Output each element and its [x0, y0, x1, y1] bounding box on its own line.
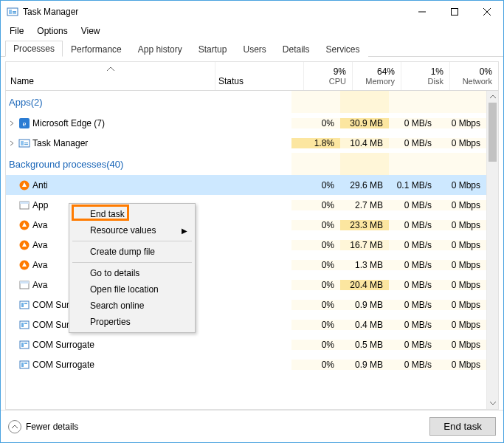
svg-text:e: e — [23, 119, 27, 128]
cpu-cell: 0% — [291, 200, 340, 210]
disk-cell: 0 MB/s — [389, 360, 438, 370]
memory-cell: 0.9 MB — [340, 300, 389, 310]
minimize-button[interactable] — [406, 1, 438, 22]
fewer-details-button[interactable]: Fewer details — [8, 420, 78, 433]
menu-file[interactable]: File — [4, 24, 30, 38]
menu-options[interactable]: Options — [31, 24, 73, 38]
maximize-button[interactable] — [438, 1, 471, 22]
close-button[interactable] — [471, 1, 503, 22]
scroll-down-icon[interactable] — [487, 397, 498, 409]
process-row[interactable]: COM Surrogate 0% 0.9 MB 0 MB/s 0 Mbps — [6, 354, 486, 374]
memory-cell: 29.6 MB — [340, 180, 389, 190]
network-cell: 0 Mbps — [438, 118, 486, 128]
tab-services[interactable]: Services — [318, 41, 368, 57]
process-row[interactable]: COM Surrogate 0% 0.5 MB 0 MB/s 0 Mbps — [6, 334, 486, 354]
fewer-details-label: Fewer details — [26, 422, 78, 432]
svg-rect-12 — [24, 142, 28, 143]
tab-details[interactable]: Details — [275, 41, 318, 57]
tab-processes[interactable]: Processes — [5, 41, 63, 57]
col-disk[interactable]: 1% Disk — [401, 62, 449, 90]
network-cell: 0 Mbps — [438, 280, 486, 290]
col-name-label: Name — [10, 76, 34, 86]
submenu-arrow-icon: ▶ — [182, 227, 187, 235]
bottom-bar: Fewer details End task — [1, 410, 503, 442]
disk-cell: 0 MB/s — [389, 340, 438, 350]
memory-cell: 0.5 MB — [340, 340, 389, 350]
window-title: Task Manager — [23, 7, 78, 17]
svg-rect-27 — [24, 323, 27, 324]
expand-icon[interactable] — [6, 140, 18, 146]
col-network[interactable]: 0% Network — [449, 62, 498, 90]
tab-performance[interactable]: Performance — [63, 41, 130, 57]
col-cpu[interactable]: 9% CPU — [303, 62, 352, 90]
process-icon — [18, 359, 31, 371]
cpu-cell: 1.8% — [291, 138, 340, 148]
ctx-end-task[interactable]: End task — [71, 206, 193, 222]
cpu-cell: 0% — [291, 320, 340, 330]
ctx-create-dump[interactable]: Create dump file — [71, 244, 193, 260]
svg-rect-16 — [20, 202, 29, 204]
disk-cell: 0 MB/s — [389, 118, 438, 128]
tab-app-history[interactable]: App history — [130, 41, 190, 57]
process-row[interactable]: Anti 0% 29.6 MB 0.1 MB/s 0 Mbps — [6, 175, 486, 195]
svg-rect-30 — [24, 343, 27, 344]
process-row[interactable]: e Microsoft Edge (7) 0% 30.9 MB 0 MB/s 0… — [6, 113, 486, 133]
ctx-go-details[interactable]: Go to details — [71, 265, 193, 281]
disk-cell: 0 MB/s — [389, 200, 438, 210]
group-header-row: Background processes (40) — [6, 153, 486, 175]
menubar: File Options View — [1, 23, 503, 39]
context-menu: End task Resource values▶ Create dump fi… — [69, 203, 196, 333]
network-cell: 0 Mbps — [438, 240, 486, 250]
network-cell: 0 Mbps — [438, 138, 486, 148]
col-name[interactable]: Name — [6, 62, 215, 90]
ctx-open-location[interactable]: Open file location — [71, 281, 193, 298]
process-row[interactable]: Task Manager 1.8% 10.4 MB 0 MB/s 0 Mbps — [6, 133, 486, 153]
vertical-scrollbar[interactable] — [486, 91, 498, 409]
process-name: Task Manager — [31, 138, 203, 148]
tab-startup[interactable]: Startup — [190, 41, 235, 57]
memory-cell: 2.7 MB — [340, 200, 389, 210]
col-memory[interactable]: 64% Memory — [352, 62, 401, 90]
svg-rect-25 — [20, 321, 29, 329]
cpu-cell: 0% — [291, 340, 340, 350]
ctx-search-online[interactable]: Search online — [71, 298, 193, 314]
svg-rect-26 — [21, 323, 24, 327]
ctx-properties[interactable]: Properties — [71, 314, 193, 330]
svg-rect-2 — [13, 11, 16, 13]
scroll-up-icon[interactable] — [487, 91, 498, 103]
disk-cell: 0 MB/s — [389, 320, 438, 330]
col-status[interactable]: Status — [215, 62, 303, 90]
expand-icon[interactable] — [6, 120, 18, 126]
ctx-resource-values[interactable]: Resource values▶ — [71, 222, 193, 238]
memory-cell: 0.4 MB — [340, 320, 389, 330]
process-icon — [18, 279, 31, 291]
tabstrip: Processes Performance App history Startu… — [1, 39, 503, 57]
network-cell: 0 Mbps — [438, 180, 486, 190]
svg-rect-32 — [21, 363, 24, 367]
cpu-cell: 0% — [291, 360, 340, 370]
memory-cell: 23.3 MB — [340, 220, 389, 230]
process-name: COM Surrogate — [31, 340, 203, 350]
cpu-cell: 0% — [291, 260, 340, 270]
process-icon — [18, 219, 31, 231]
menu-view[interactable]: View — [75, 24, 106, 38]
chevron-up-icon — [8, 420, 21, 433]
column-header: Name Status 9% CPU 64% Memory 1% Disk 0%… — [5, 61, 499, 91]
tab-users[interactable]: Users — [235, 41, 274, 57]
svg-rect-24 — [24, 303, 27, 304]
end-task-button[interactable]: End task — [429, 417, 496, 436]
svg-rect-28 — [20, 341, 29, 348]
process-icon — [18, 319, 31, 331]
cpu-cell: 0% — [291, 300, 340, 310]
svg-rect-22 — [20, 301, 29, 309]
task-manager-window: Task Manager File Options View Processes… — [0, 0, 504, 443]
scroll-thumb[interactable] — [489, 103, 497, 162]
memory-cell: 1.3 MB — [340, 260, 389, 270]
disk-cell: 0 MB/s — [389, 240, 438, 250]
svg-rect-31 — [20, 361, 29, 368]
process-icon — [18, 259, 31, 271]
network-cell: 0 Mbps — [438, 200, 486, 210]
process-icon — [18, 339, 31, 351]
svg-rect-23 — [21, 303, 24, 307]
task-manager-icon — [7, 6, 18, 18]
